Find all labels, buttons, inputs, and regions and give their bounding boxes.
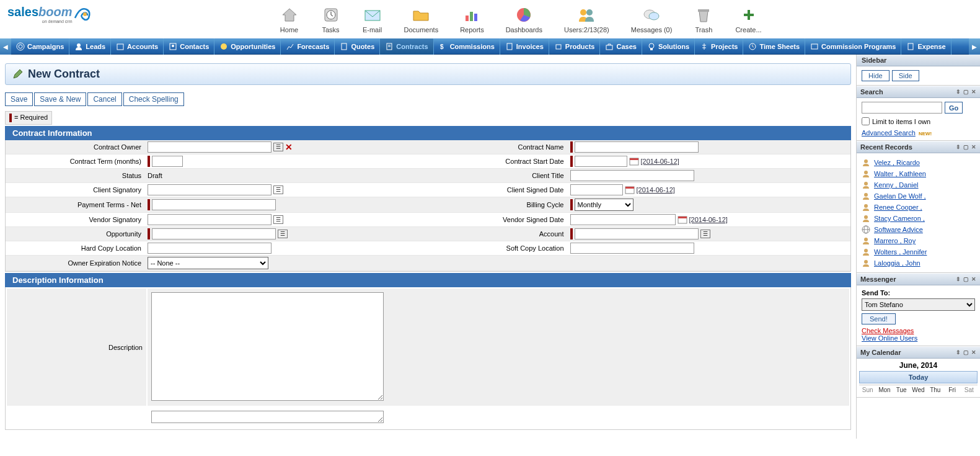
input-hard-copy[interactable]	[148, 243, 271, 254]
select-recipient[interactable]: Tom Stefano	[862, 298, 975, 311]
limit-checkbox[interactable]	[862, 117, 870, 125]
input-contract-owner[interactable]	[148, 141, 271, 153]
date-today-link[interactable]: [2014-06-12]	[637, 186, 675, 194]
nav-quotes[interactable]: Quotes	[335, 38, 380, 55]
check-messages-link[interactable]: Check Messages	[862, 327, 914, 334]
nav-forecasts[interactable]: Forecasts	[281, 38, 335, 55]
record-link[interactable]: Renee Cooper ,	[874, 203, 922, 211]
nav-leads[interactable]: Leads	[69, 38, 111, 55]
toolbar-tasks[interactable]: Tasks	[321, 5, 341, 34]
folder-icon	[411, 5, 431, 25]
nav-contracts[interactable]: Contracts	[380, 38, 433, 55]
label-contract-owner: Contract Owner	[6, 141, 145, 153]
nav-accounts[interactable]: Accounts	[111, 38, 164, 55]
nav-projects[interactable]: Projects	[695, 38, 743, 55]
record-link[interactable]: Stacy Cameron ,	[874, 215, 925, 222]
nav-cases[interactable]: Cases	[600, 38, 642, 55]
search-input[interactable]	[862, 102, 942, 114]
lookup-icon[interactable]: ☰	[273, 143, 283, 151]
select-owner-expiration[interactable]: -- None --	[148, 257, 268, 269]
maximize-icon[interactable]: ▢	[963, 349, 969, 355]
side-button[interactable]: Side	[892, 70, 919, 81]
save-button[interactable]: Save	[5, 92, 33, 106]
send-button[interactable]: Send!	[862, 313, 896, 324]
cancel-button[interactable]: Cancel	[87, 92, 121, 106]
toolbar-reports[interactable]: Reports	[460, 5, 484, 34]
close-icon[interactable]: ✕	[971, 89, 976, 95]
nav-solutions[interactable]: Solutions	[642, 38, 695, 55]
toolbar-email[interactable]: E-mail	[363, 5, 382, 34]
maximize-icon[interactable]: ▢	[963, 144, 969, 150]
maximize-icon[interactable]: ▢	[963, 276, 969, 282]
input-vendor-signed[interactable]	[570, 214, 676, 225]
toolbar-messages[interactable]: Messages (0)	[631, 5, 673, 34]
record-link[interactable]: Laloggia , John	[874, 259, 920, 267]
input-contract-name[interactable]	[575, 141, 699, 153]
nav-products[interactable]: Products	[549, 38, 601, 55]
close-icon[interactable]: ✕	[971, 276, 976, 282]
nav-opportunities[interactable]: Opportunities	[214, 38, 281, 55]
nav-timesheets[interactable]: Time Sheets	[743, 38, 805, 55]
dow-sat: Sat	[961, 385, 978, 395]
save-new-button[interactable]: Save & New	[34, 92, 86, 106]
toolbar-create[interactable]: Create...	[735, 5, 761, 34]
nav-invoices[interactable]: Invoices	[500, 38, 549, 55]
go-button[interactable]: Go	[945, 102, 963, 114]
collapse-icon[interactable]: ⇕	[956, 276, 961, 282]
nav-scroll-left[interactable]: ◀	[0, 38, 11, 55]
calendar-icon[interactable]	[629, 157, 639, 166]
toolbar-home[interactable]: Home	[280, 5, 299, 34]
date-today-link[interactable]: [2014-06-12]	[641, 158, 679, 165]
collapse-icon[interactable]: ⇕	[956, 144, 961, 150]
record-link[interactable]: Wolters , Jennifer	[874, 248, 927, 256]
lookup-icon[interactable]: ☰	[273, 186, 283, 194]
input-payment-terms[interactable]	[152, 199, 276, 210]
toolbar-trash[interactable]: Trash	[694, 5, 713, 34]
record-link[interactable]: Walter , Kathleen	[874, 170, 926, 177]
input-client-signatory[interactable]	[148, 184, 271, 195]
date-today-link[interactable]: [2014-06-12]	[689, 216, 728, 223]
toolbar-documents[interactable]: Documents	[404, 5, 439, 34]
clear-icon[interactable]: ✕	[285, 142, 293, 152]
input-vendor-signatory[interactable]	[148, 214, 271, 225]
nav-scroll-right[interactable]: ▶	[969, 38, 980, 55]
textarea-description[interactable]	[151, 292, 384, 401]
nav-contacts[interactable]: Contacts	[164, 38, 214, 55]
maximize-icon[interactable]: ▢	[963, 89, 969, 95]
record-link[interactable]: Marrero , Roy	[874, 237, 916, 244]
nav-commissions[interactable]: $Commissions	[434, 38, 500, 55]
close-icon[interactable]: ✕	[971, 349, 976, 355]
input-account[interactable]	[575, 228, 699, 239]
record-link[interactable]: Gaelan De Wolf ,	[874, 192, 926, 200]
calendar-icon[interactable]	[678, 215, 687, 224]
calendar-icon[interactable]	[625, 186, 635, 194]
input-contract-term[interactable]	[152, 156, 183, 167]
lookup-icon[interactable]: ☰	[700, 230, 710, 238]
record-link[interactable]: Velez , Ricardo	[874, 159, 920, 166]
nav-expense[interactable]: Expense	[901, 38, 951, 55]
input-client-signed[interactable]	[570, 184, 623, 195]
textarea-extra[interactable]	[151, 411, 384, 423]
hide-button[interactable]: Hide	[862, 70, 890, 81]
toolbar-users[interactable]: Users:2/13(28)	[564, 5, 609, 34]
record-link[interactable]: Kenny , Daniel	[874, 181, 919, 189]
check-spelling-button[interactable]: Check Spelling	[123, 92, 184, 106]
input-client-title[interactable]	[570, 170, 694, 181]
advanced-search-link[interactable]: Advanced Search	[862, 129, 916, 136]
input-opportunity[interactable]	[152, 228, 276, 239]
logo[interactable]: salesboom on demand crm	[7, 5, 94, 24]
input-soft-copy[interactable]	[570, 243, 694, 254]
select-billing-cycle[interactable]: Monthly	[575, 199, 633, 211]
collapse-icon[interactable]: ⇕	[956, 89, 961, 95]
calendar-today-button[interactable]: Today	[859, 371, 978, 383]
record-link[interactable]: Software Advice	[874, 226, 923, 233]
nav-commission-programs[interactable]: Commission Programs	[805, 38, 901, 55]
close-icon[interactable]: ✕	[971, 144, 976, 150]
lookup-icon[interactable]: ☰	[273, 215, 283, 224]
collapse-icon[interactable]: ⇕	[956, 349, 961, 355]
view-online-link[interactable]: View Online Users	[862, 334, 917, 342]
input-contract-start[interactable]	[575, 156, 627, 167]
nav-campaigns[interactable]: Campaigns	[11, 38, 69, 55]
lookup-icon[interactable]: ☰	[278, 230, 288, 238]
toolbar-dashboards[interactable]: Dashboards	[506, 5, 542, 34]
